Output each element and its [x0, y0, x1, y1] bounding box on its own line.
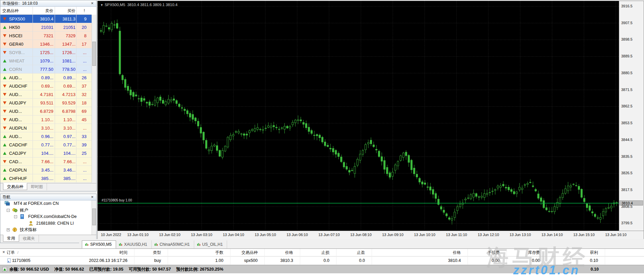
buy-price: 1347...: [55, 40, 76, 48]
time-tick: 13 Jun 09:10: [377, 233, 409, 237]
terminal-column-header[interactable]: 订单/: [7, 249, 67, 257]
market-watch-row[interactable]: AUDCHF0.69...0.69...37: [0, 82, 92, 90]
price-tick: 3844.5: [621, 138, 633, 142]
down-arrow-icon: [3, 118, 6, 121]
market-watch-row[interactable]: HK50210312105120: [0, 23, 92, 32]
spread-value: ...: [76, 48, 90, 57]
chart-plot-area[interactable]: ▼SPX500,M5 3810.4 3811.6 3809.1 3810.4 #…: [98, 1, 619, 231]
summary-segment: 已用预付款: 19.05: [89, 267, 123, 272]
chart-tab-XAUUSD,H1[interactable]: XAUUSD,H1: [116, 240, 152, 248]
market-watch-row[interactable]: CHFHUF385....385.......: [0, 174, 92, 183]
chart-price-axis[interactable]: 3810.4 3916.53907.53898.53889.53880.5387…: [619, 1, 644, 231]
sell-price: 104....: [33, 149, 55, 157]
close-icon[interactable]: ×: [90, 1, 95, 6]
collapse-icon[interactable]: -: [14, 215, 17, 218]
up-arrow-icon: [3, 26, 6, 29]
terminal-column-header[interactable]: 类型: [133, 249, 165, 257]
sell-price: 6.8729: [33, 107, 55, 116]
terminal-column-header[interactable]: 库存费: [507, 249, 544, 257]
time-tick: 13 Jun 04:10: [217, 233, 250, 237]
market-watch-row[interactable]: HSCEI732173298: [0, 32, 92, 40]
terminal-column-header[interactable]: 止盈: [332, 249, 369, 257]
market-watch-row[interactable]: AUDPLN3.10...3.10......: [0, 124, 92, 132]
order-cell: 3810.4: [418, 257, 465, 265]
market-watch-row[interactable]: AUD...4.71814.721332: [0, 90, 92, 99]
terminal-column-header[interactable]: 手续费: [467, 249, 504, 257]
scrollbar-thumb[interactable]: [92, 42, 96, 66]
terminal-column-header[interactable]: 交易品种: [221, 249, 262, 257]
sell-price: 21031: [33, 23, 55, 32]
market-watch-row[interactable]: AUDJPY93.51193.52918: [0, 99, 92, 107]
market-watch-row[interactable]: CAD...7.66...7.66......: [0, 157, 92, 166]
terminal-column-header[interactable]: 止损: [297, 249, 333, 257]
tab-即时图[interactable]: 即时图: [27, 183, 47, 190]
scrollbar-thumb[interactable]: [92, 209, 96, 225]
terminal-order-row[interactable]: 117108052022.06.13 16:17:26buy1.00spx500…: [0, 257, 644, 265]
market-watch-row[interactable]: CADPLN3.45...3.46......: [0, 166, 92, 174]
buy-price: 104....: [55, 149, 76, 157]
market-watch-row[interactable]: CADCHF0.77...0.77...39: [0, 141, 92, 149]
tab-交易品种[interactable]: 交易品种: [3, 183, 27, 190]
symbol-name: CHFHUF: [9, 174, 27, 183]
symbol-name: GER40: [9, 40, 23, 48]
market-watch-row[interactable]: CORN777.50778.50...: [0, 65, 92, 74]
down-arrow-icon: [3, 17, 6, 20]
navigator-item[interactable]: -账户: [0, 207, 92, 214]
chart-time-axis[interactable]: 10 Jun 202213 Jun 01:1013 Jun 02:1013 Ju…: [98, 231, 644, 239]
market-watch-row[interactable]: SPX5003810.43811.39: [0, 15, 92, 23]
spread-value: 18: [76, 99, 90, 107]
market-watch-row[interactable]: GER401346...1347...17: [0, 40, 92, 48]
terminal-column-header[interactable]: 获利: [562, 249, 602, 257]
price-tick: 3799.5: [621, 221, 633, 225]
order-cell: 0.0: [332, 257, 369, 265]
market-watch-row[interactable]: AUD...1.10...1.10...45: [0, 116, 92, 124]
sell-price: 3810.4: [33, 15, 55, 23]
buy-price: 1081...: [55, 57, 76, 65]
symbol-name: AUDCHF: [9, 82, 27, 90]
sell-price: 0.89...: [33, 74, 55, 82]
buy-price: 0.97...: [55, 132, 76, 141]
navigator-item[interactable]: +f技术指标: [0, 227, 92, 233]
spread-value: 37: [76, 82, 90, 90]
terminal-column-header[interactable]: 时间: [71, 249, 131, 257]
expand-icon[interactable]: +: [7, 228, 10, 231]
sell-price: 1079...: [33, 57, 55, 65]
market-watch-scrollbar[interactable]: [92, 15, 96, 183]
close-icon[interactable]: ×: [90, 194, 95, 200]
mt4-window: 市场报价: 16:18:03 × 交易品种卖价买价! SPX5003810.43…: [0, 0, 644, 277]
navigator-item[interactable]: MT4 at FOREX.com CN: [0, 200, 92, 207]
symbol-name: CADJPY: [9, 149, 26, 157]
terminal-column-header[interactable]: 价格: [418, 249, 465, 257]
market-watch-row[interactable]: AUD...6.87296.879869: [0, 107, 92, 116]
candlestick-chart: #11710805 buy 1.00: [98, 1, 619, 231]
order-cell: 0.0: [297, 257, 333, 265]
spread-value: 26: [76, 74, 90, 82]
chart-ohlc-title: ▼SPX500,M5 3810.4 3811.6 3809.1 3810.4: [100, 3, 177, 7]
tab-收藏夹[interactable]: 收藏夹: [19, 235, 39, 242]
symbol-name: SPX500: [9, 15, 25, 23]
tab-常用[interactable]: 常用: [3, 235, 19, 242]
sell-price: 0.96...: [33, 132, 55, 141]
terminal-column-header[interactable]: 价格: [260, 249, 297, 257]
collapse-icon[interactable]: -: [7, 209, 10, 212]
time-tick: 13 Jun 05:10: [249, 233, 281, 237]
chart-tab-ChinaA50MC,H1[interactable]: ChinaA50MC,H1: [152, 240, 194, 248]
navigator-item[interactable]: 21681888: CHEN LI: [0, 220, 92, 227]
column-header: 交易品种: [2, 7, 18, 15]
time-tick: 13 Jun 10:10: [409, 233, 441, 237]
chart-tab-SPX500,M5[interactable]: SPX500,M5: [82, 240, 116, 248]
chart-dropdown-icon[interactable]: ▼: [100, 3, 103, 7]
up-arrow-icon: [3, 169, 6, 172]
navigator-scrollbar[interactable]: [92, 200, 96, 235]
chart-tab-US_OIL,H1[interactable]: US_OIL,H1: [194, 240, 227, 248]
market-watch-row[interactable]: SOYB...1725...1726......: [0, 48, 92, 57]
down-arrow-icon: [3, 110, 6, 113]
market-watch-row[interactable]: CADJPY104....104....25: [0, 149, 92, 157]
symbol-name: CORN: [9, 65, 22, 74]
navigator-item[interactable]: -FOREX.comGlobalCN-De: [0, 214, 92, 220]
market-watch-row[interactable]: WHEAT1079...1081......: [0, 57, 92, 65]
market-watch-row[interactable]: AUD...0.96...0.97...33: [0, 132, 92, 141]
market-watch-row[interactable]: AUD...0.89...0.89...26: [0, 74, 92, 82]
column-header: 买价: [55, 7, 76, 15]
account-icon: [29, 221, 34, 226]
